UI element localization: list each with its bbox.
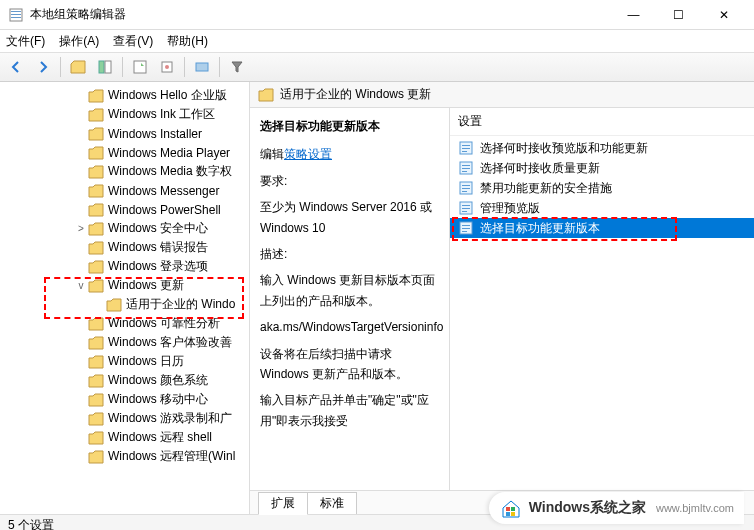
policy-settings-link[interactable]: 策略设置 bbox=[284, 147, 332, 161]
menu-file[interactable]: 文件(F) bbox=[6, 33, 45, 50]
svg-rect-28 bbox=[462, 228, 470, 229]
detail-title: 选择目标功能更新版本 bbox=[260, 116, 439, 136]
menu-help[interactable]: 帮助(H) bbox=[167, 33, 208, 50]
desc-1: 输入 Windows 更新目标版本页面上列出的产品和版本。 bbox=[260, 270, 439, 311]
tree-item[interactable]: Windows 远程 shell bbox=[2, 428, 249, 447]
back-button[interactable] bbox=[4, 55, 28, 79]
edit-label: 编辑 bbox=[260, 147, 284, 161]
detail-column: 选择目标功能更新版本 编辑策略设置 要求: 至少为 Windows Server… bbox=[250, 108, 450, 490]
requirements-text: 至少为 Windows Server 2016 或 Windows 10 bbox=[260, 197, 439, 238]
svg-rect-24 bbox=[462, 208, 470, 209]
tree-item[interactable]: Windows 远程管理(Winl bbox=[2, 447, 249, 466]
tree-item[interactable]: >Windows 安全中心 bbox=[2, 219, 249, 238]
status-text: 5 个设置 bbox=[8, 517, 54, 530]
svg-rect-1 bbox=[11, 11, 21, 12]
show-hide-button[interactable] bbox=[93, 55, 117, 79]
tree-item[interactable]: Windows 错误报告 bbox=[2, 238, 249, 257]
svg-rect-2 bbox=[11, 14, 21, 15]
minimize-button[interactable]: — bbox=[611, 0, 656, 30]
desc-2: aka.ms/WindowsTargetVersioninfo bbox=[260, 317, 439, 337]
tree-item[interactable]: Windows 颜色系统 bbox=[2, 371, 249, 390]
menu-action[interactable]: 操作(A) bbox=[59, 33, 99, 50]
tree-item[interactable]: Windows Messenger bbox=[2, 181, 249, 200]
svg-rect-9 bbox=[196, 63, 208, 71]
description-heading: 描述: bbox=[260, 244, 439, 264]
tree-item[interactable]: Windows 登录选项 bbox=[2, 257, 249, 276]
settings-column: 设置 选择何时接收预览版和功能更新选择何时接收质量更新禁用功能更新的安全措施管理… bbox=[450, 108, 754, 490]
desc-4: 输入目标产品并单击"确定"或"应用"即表示我接受 bbox=[260, 390, 439, 431]
maximize-button[interactable]: ☐ bbox=[656, 0, 701, 30]
setting-item[interactable]: 禁用功能更新的安全措施 bbox=[450, 178, 754, 198]
svg-rect-13 bbox=[462, 151, 467, 152]
tree-item[interactable]: Windows Ink 工作区 bbox=[2, 105, 249, 124]
toolbar bbox=[0, 52, 754, 82]
content-header-title: 适用于企业的 Windows 更新 bbox=[280, 86, 431, 103]
settings-header: 设置 bbox=[450, 108, 754, 136]
tree-item[interactable]: Windows 游戏录制和广 bbox=[2, 409, 249, 428]
watermark-brand: Windows系统之家 bbox=[529, 499, 646, 517]
content-pane: 适用于企业的 Windows 更新 选择目标功能更新版本 编辑策略设置 要求: … bbox=[250, 82, 754, 514]
tree-item[interactable]: Windows 可靠性分析 bbox=[2, 314, 249, 333]
settings-list: 选择何时接收预览版和功能更新选择何时接收质量更新禁用功能更新的安全措施管理预览版… bbox=[450, 136, 754, 490]
svg-point-8 bbox=[165, 65, 169, 69]
svg-rect-4 bbox=[99, 61, 104, 73]
close-button[interactable]: ✕ bbox=[701, 0, 746, 30]
tree-item[interactable]: Windows PowerShell bbox=[2, 200, 249, 219]
svg-rect-20 bbox=[462, 188, 470, 189]
window-title: 本地组策略编辑器 bbox=[30, 6, 611, 23]
svg-rect-19 bbox=[462, 185, 470, 186]
app-icon bbox=[8, 7, 24, 23]
svg-rect-3 bbox=[11, 17, 21, 18]
watermark: Windows系统之家 www.bjmltv.com bbox=[489, 492, 744, 524]
svg-rect-11 bbox=[462, 145, 470, 146]
svg-rect-5 bbox=[105, 61, 111, 73]
svg-rect-33 bbox=[511, 512, 515, 516]
forward-button[interactable] bbox=[31, 55, 55, 79]
svg-rect-15 bbox=[462, 165, 470, 166]
svg-rect-23 bbox=[462, 205, 470, 206]
tree-item[interactable]: Windows 日历 bbox=[2, 352, 249, 371]
tree-item[interactable]: Windows 移动中心 bbox=[2, 390, 249, 409]
watermark-house-icon bbox=[499, 496, 523, 520]
svg-rect-21 bbox=[462, 191, 467, 192]
setting-item[interactable]: 管理预览版 bbox=[450, 198, 754, 218]
refresh-button[interactable] bbox=[155, 55, 179, 79]
svg-rect-25 bbox=[462, 211, 467, 212]
svg-rect-31 bbox=[511, 507, 515, 511]
tree-pane[interactable]: Windows Hello 企业版Windows Ink 工作区Windows … bbox=[0, 82, 250, 514]
svg-rect-17 bbox=[462, 171, 467, 172]
requirements-heading: 要求: bbox=[260, 171, 439, 191]
up-button[interactable] bbox=[66, 55, 90, 79]
tree-item[interactable]: Windows Media 数字权 bbox=[2, 162, 249, 181]
svg-rect-29 bbox=[462, 231, 467, 232]
titlebar: 本地组策略编辑器 — ☐ ✕ bbox=[0, 0, 754, 30]
tab-standard[interactable]: 标准 bbox=[307, 492, 357, 514]
svg-rect-6 bbox=[134, 61, 146, 73]
main-area: Windows Hello 企业版Windows Ink 工作区Windows … bbox=[0, 82, 754, 514]
tree-item[interactable]: 适用于企业的 Windo bbox=[2, 295, 249, 314]
tree-item[interactable]: Windows 客户体验改善 bbox=[2, 333, 249, 352]
menubar: 文件(F) 操作(A) 查看(V) 帮助(H) bbox=[0, 30, 754, 52]
desc-3: 设备将在后续扫描中请求 Windows 更新产品和版本。 bbox=[260, 344, 439, 385]
menu-view[interactable]: 查看(V) bbox=[113, 33, 153, 50]
export-button[interactable] bbox=[190, 55, 214, 79]
svg-rect-27 bbox=[462, 225, 470, 226]
setting-item[interactable]: 选择何时接收质量更新 bbox=[450, 158, 754, 178]
svg-rect-12 bbox=[462, 148, 470, 149]
svg-rect-32 bbox=[506, 512, 510, 516]
filter-button[interactable] bbox=[225, 55, 249, 79]
tab-extended[interactable]: 扩展 bbox=[258, 492, 308, 515]
setting-item[interactable]: 选择何时接收预览版和功能更新 bbox=[450, 138, 754, 158]
watermark-url: www.bjmltv.com bbox=[656, 502, 734, 514]
tree-item[interactable]: Windows Media Player bbox=[2, 143, 249, 162]
tree-item[interactable]: Windows Hello 企业版 bbox=[2, 86, 249, 105]
svg-rect-16 bbox=[462, 168, 470, 169]
tree-item[interactable]: vWindows 更新 bbox=[2, 276, 249, 295]
content-header: 适用于企业的 Windows 更新 bbox=[250, 82, 754, 108]
properties-button[interactable] bbox=[128, 55, 152, 79]
setting-item[interactable]: 选择目标功能更新版本 bbox=[450, 218, 754, 238]
svg-rect-30 bbox=[506, 507, 510, 511]
tree-item[interactable]: Windows Installer bbox=[2, 124, 249, 143]
folder-icon bbox=[258, 88, 274, 102]
